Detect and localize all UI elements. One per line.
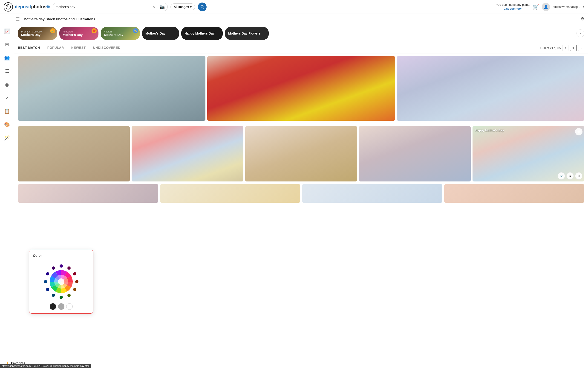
info-action-btn[interactable]: ⊞ (575, 172, 582, 180)
image-col-1 (18, 56, 205, 121)
pill-content-flowers: Mothers Day Flowers (225, 30, 269, 37)
image-card-4[interactable] (18, 126, 130, 182)
svg-point-13 (46, 288, 49, 291)
svg-point-10 (67, 294, 71, 297)
image-5 (132, 126, 243, 182)
svg-line-4 (203, 8, 204, 9)
favorites-bar: ★ Favorites (0, 358, 588, 365)
color-popup-title: Color (33, 254, 89, 258)
pill-main-featured: Mother's Day (62, 33, 95, 37)
next-page-button[interactable]: › (578, 45, 584, 51)
content: Premium Collection Mothers Day 👑 Feature… (14, 24, 588, 365)
category-next-button[interactable]: › (577, 29, 584, 37)
page-range: 1-60 of 217,005 (540, 46, 561, 50)
page-title: Mother's day Stock Photos and Illustrati… (24, 17, 579, 21)
wand-icon[interactable]: 🪄 (3, 134, 11, 142)
image-col2-3 (245, 126, 357, 182)
filter-button[interactable]: All Images ▾ (170, 3, 195, 10)
category-pill-vectors[interactable]: Vectors Mothers Day ✏️ (101, 27, 140, 40)
tab-undiscovered[interactable]: Undiscovered (93, 43, 121, 53)
svg-point-11 (60, 296, 63, 299)
search-input[interactable] (56, 5, 150, 9)
pill-content: Premium Collection Mothers Day (18, 28, 57, 38)
pill-sub-vectors: Vectors (104, 30, 137, 33)
image-2 (207, 56, 395, 121)
category-pill-featured[interactable]: Featured Mother's Day ❤️ (59, 27, 98, 40)
image-grid-row1 (14, 54, 588, 123)
sidebar: 📈 ⊞ 👥 ☰ ◉ ↗ 📋 🎨 🪄 (0, 24, 14, 365)
doc-icon[interactable]: 📋 (3, 107, 11, 115)
tab-newest[interactable]: Newest (71, 43, 86, 53)
image-4 (18, 126, 130, 182)
category-pill-mothersday[interactable]: Mother's Day (142, 27, 179, 40)
pill-content-featured: Featured Mother's Day (59, 28, 98, 38)
category-pill-flowers[interactable]: Mothers Day Flowers (225, 27, 269, 40)
cart-action-btn[interactable]: 🛒 (558, 172, 565, 180)
swatch-white[interactable] (66, 303, 73, 310)
list-icon[interactable]: ☰ (4, 67, 11, 75)
circle-user-icon[interactable]: ◉ (4, 80, 10, 89)
avatar[interactable]: 👤 (542, 3, 550, 11)
image-actions-8: 🛒 ★ ⊞ (558, 172, 582, 180)
logo[interactable]: depositphotos® (4, 2, 50, 11)
logo-icon (4, 2, 13, 11)
category-pill-happy[interactable]: Happy Mothers Day (181, 27, 223, 40)
settings-icon[interactable]: ⚙ (581, 16, 584, 21)
main-layout: 📈 ⊞ 👥 ☰ ◉ ↗ 📋 🎨 🪄 Premium Collection Mot… (0, 24, 588, 365)
swatch-black[interactable] (50, 303, 56, 310)
image-card-6[interactable] (245, 126, 357, 182)
pill-main-vectors: Mothers Day (104, 33, 137, 37)
bottom-img-4[interactable] (444, 184, 585, 203)
svg-point-5 (60, 264, 63, 267)
pill-content-mothersday: Mother's Day (142, 30, 179, 37)
image-col2-4 (359, 126, 471, 182)
svg-point-0 (6, 5, 11, 9)
logo-text: depositphotos® (15, 4, 50, 9)
user-dropdown-icon[interactable]: ▾ (583, 5, 584, 8)
svg-point-17 (58, 278, 64, 285)
image-1 (18, 56, 205, 121)
user-name[interactable]: sibirtsevamaria@g... (553, 5, 580, 9)
bottom-img-3[interactable] (302, 184, 442, 203)
tab-best-match[interactable]: Best Match (18, 43, 40, 53)
trending-icon[interactable]: 📈 (3, 27, 11, 35)
search-button[interactable] (198, 2, 207, 11)
svg-point-14 (44, 280, 47, 283)
bottom-strip (14, 184, 588, 216)
bottom-img-1[interactable] (18, 184, 158, 203)
people-icon[interactable]: 👥 (3, 54, 11, 62)
image-card-7[interactable] (359, 126, 471, 182)
zoom-button-8[interactable]: ⊕ (575, 128, 582, 135)
category-pill-premium[interactable]: Premium Collection Mothers Day 👑 (18, 27, 57, 40)
pill-content-happy: Happy Mothers Day (181, 30, 223, 37)
image-card-1[interactable] (18, 56, 205, 121)
image-col2-5: Happy Mother's Day ⊕ 🛒 ★ ⊞ (473, 126, 584, 182)
pill-main-mothersday: Mother's Day (145, 32, 176, 35)
pill-content-vectors: Vectors Mothers Day (101, 28, 140, 38)
svg-point-3 (201, 6, 203, 8)
image-card-5[interactable] (132, 126, 243, 182)
bottom-img-2[interactable] (160, 184, 300, 203)
image-card-2[interactable] (207, 56, 395, 121)
camera-icon[interactable]: 📷 (157, 4, 165, 9)
sub-header: ☰ Mother's day Stock Photos and Illustra… (0, 14, 588, 24)
favorite-action-btn[interactable]: ★ (566, 172, 574, 180)
image-col2-1 (18, 126, 130, 182)
image-grid-row2: Color (14, 123, 588, 184)
cart-icon[interactable]: 🛒 (533, 4, 539, 10)
clear-icon[interactable]: ✕ (152, 5, 155, 9)
category-bar: Premium Collection Mothers Day 👑 Feature… (14, 24, 588, 43)
menu-icon[interactable]: ☰ (16, 16, 20, 22)
image-card-8[interactable]: Happy Mother's Day ⊕ 🛒 ★ ⊞ (473, 126, 584, 182)
svg-point-2 (7, 6, 8, 6)
plans-text[interactable]: You don't have any plans. Choose now! (496, 3, 530, 11)
layers-icon[interactable]: ⊞ (4, 40, 10, 49)
color-wheel[interactable] (33, 263, 89, 300)
tab-popular[interactable]: Popular (47, 43, 64, 53)
image-card-3[interactable] (397, 56, 584, 121)
prev-page-button[interactable]: ‹ (562, 45, 569, 51)
chart-icon[interactable]: ↗ (4, 94, 10, 102)
image-col-2 (207, 56, 395, 121)
palette-icon[interactable]: 🎨 (3, 120, 11, 129)
swatch-gray[interactable] (58, 303, 64, 310)
